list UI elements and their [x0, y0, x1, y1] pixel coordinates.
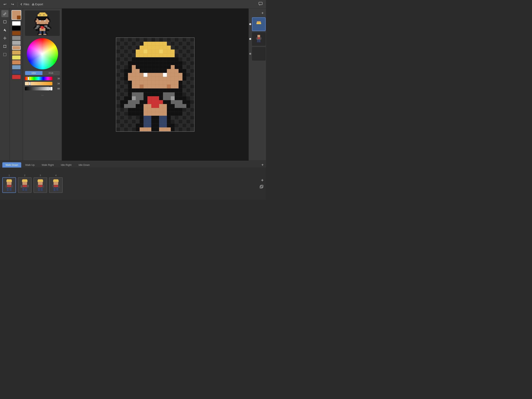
left-toolbar	[0, 9, 10, 161]
color-lightgray[interactable]	[12, 41, 21, 45]
divider	[18, 2, 18, 7]
top-bar-right	[257, 1, 264, 7]
svg-rect-41	[25, 188, 27, 191]
hue-slider-row: 38	[25, 77, 60, 80]
color-darkblue[interactable]	[12, 70, 21, 74]
frame-4-thumb[interactable]	[49, 177, 63, 193]
svg-rect-40	[22, 188, 24, 191]
bottom-area: Walk Down Walk Up Walk Right Idle Right …	[0, 161, 266, 200]
tab-walk-down[interactable]: Walk Down	[2, 162, 21, 167]
hue-slider-thumb	[28, 77, 29, 80]
top-bar: ↩ ↪ Files Export	[0, 0, 266, 9]
svg-rect-56	[58, 186, 60, 188]
transform-tool[interactable]	[1, 43, 8, 50]
svg-rect-47	[43, 185, 44, 187]
svg-rect-31	[7, 188, 9, 191]
color-gray[interactable]	[12, 36, 21, 40]
svg-marker-7	[3, 38, 4, 39]
frame-1-num: 1	[9, 174, 10, 176]
chat-button[interactable]	[257, 1, 264, 7]
layer-2-preview	[255, 34, 263, 44]
color-wheel[interactable]	[27, 38, 58, 69]
val-slider-thumb	[49, 87, 51, 90]
chat-icon	[259, 2, 262, 6]
chevron-left-icon	[20, 3, 23, 6]
animation-tabs: Walk Down Walk Up Walk Right Idle Right …	[0, 161, 266, 167]
color-gold[interactable]	[12, 51, 21, 55]
rectangle-tool[interactable]	[1, 18, 8, 25]
svg-rect-4	[5, 31, 6, 31]
svg-rect-26	[7, 182, 12, 185]
color-white[interactable]	[12, 21, 21, 26]
copy-frame-button[interactable]	[259, 185, 264, 190]
hsv-tab[interactable]: HSV	[25, 71, 43, 75]
tab-walk-right[interactable]: Walk Right	[38, 162, 57, 167]
svg-rect-32	[10, 188, 12, 191]
frame-2-thumb[interactable]	[18, 177, 32, 193]
frame-3-thumb[interactable]	[33, 177, 47, 193]
svg-rect-61	[261, 185, 263, 187]
svg-rect-11	[6, 45, 6, 45]
color-brown[interactable]	[12, 31, 21, 35]
layer-2-visibility[interactable]	[249, 38, 251, 40]
frame-1-thumb[interactable]	[2, 177, 16, 193]
move-tool[interactable]	[1, 35, 8, 42]
svg-rect-55	[52, 185, 54, 187]
layer-3-visibility[interactable]	[249, 53, 251, 55]
svg-rect-39	[23, 185, 27, 187]
color-wheel-overlay	[27, 38, 58, 69]
color-skin[interactable]	[12, 45, 21, 50]
files-button[interactable]: Files	[20, 3, 29, 6]
rgb-tab[interactable]: RGB	[43, 71, 60, 75]
frame-item-1: 1	[2, 174, 16, 193]
tab-walk-up[interactable]: Walk Up	[22, 162, 38, 167]
export-button[interactable]: Export	[32, 3, 43, 6]
svg-rect-30	[7, 185, 11, 187]
pencil-tool[interactable]	[1, 10, 8, 17]
more-button[interactable]: ...	[25, 92, 60, 97]
svg-rect-21	[257, 40, 259, 42]
color-orange[interactable]	[12, 60, 21, 64]
layer-2-thumb[interactable]	[252, 32, 266, 46]
svg-rect-37	[21, 185, 22, 188]
layer-row-1	[249, 17, 266, 31]
color-blue-gray[interactable]	[12, 65, 21, 69]
tab-idle-down[interactable]: Idle Down	[75, 162, 93, 167]
tab-idle-right[interactable]: Idle Right	[58, 162, 75, 167]
sat-slider[interactable]	[25, 82, 52, 85]
fill-tool[interactable]	[1, 26, 8, 33]
hue-slider[interactable]	[25, 77, 52, 80]
svg-rect-38	[27, 185, 29, 187]
svg-rect-48	[38, 185, 43, 187]
layer-3-thumb[interactable]	[252, 47, 266, 61]
move-icon	[3, 36, 7, 40]
select-tool[interactable]	[1, 51, 8, 58]
val-slider[interactable]	[25, 87, 52, 90]
pixel-canvas[interactable]	[116, 38, 194, 131]
svg-rect-50	[41, 188, 43, 191]
layer-1-thumb[interactable]	[252, 17, 266, 31]
add-frame-button[interactable]: +	[261, 178, 264, 183]
color-red[interactable]	[12, 75, 21, 79]
frame-item-3: 3	[33, 174, 47, 193]
undo-button[interactable]: ↩	[2, 1, 8, 7]
right-panel: +	[248, 9, 266, 161]
svg-rect-49	[38, 188, 40, 191]
svg-marker-5	[5, 37, 5, 37]
svg-rect-59	[56, 188, 58, 191]
color-black[interactable]	[12, 26, 21, 30]
redo-button[interactable]: ↪	[10, 1, 15, 7]
svg-rect-57	[54, 185, 58, 187]
svg-rect-19	[256, 37, 257, 39]
layer-1-visibility[interactable]	[249, 23, 251, 25]
svg-rect-44	[38, 182, 43, 185]
active-color-swatch[interactable]	[12, 10, 21, 20]
val-value: 88	[54, 87, 60, 90]
rectangle-icon	[3, 20, 7, 24]
svg-rect-20	[260, 37, 261, 39]
add-layer-button[interactable]: +	[260, 10, 265, 16]
frame-2-sprite	[20, 179, 30, 192]
copy-icon	[259, 185, 264, 189]
add-animation-button[interactable]: +	[261, 163, 264, 167]
color-yellow[interactable]	[12, 55, 21, 60]
